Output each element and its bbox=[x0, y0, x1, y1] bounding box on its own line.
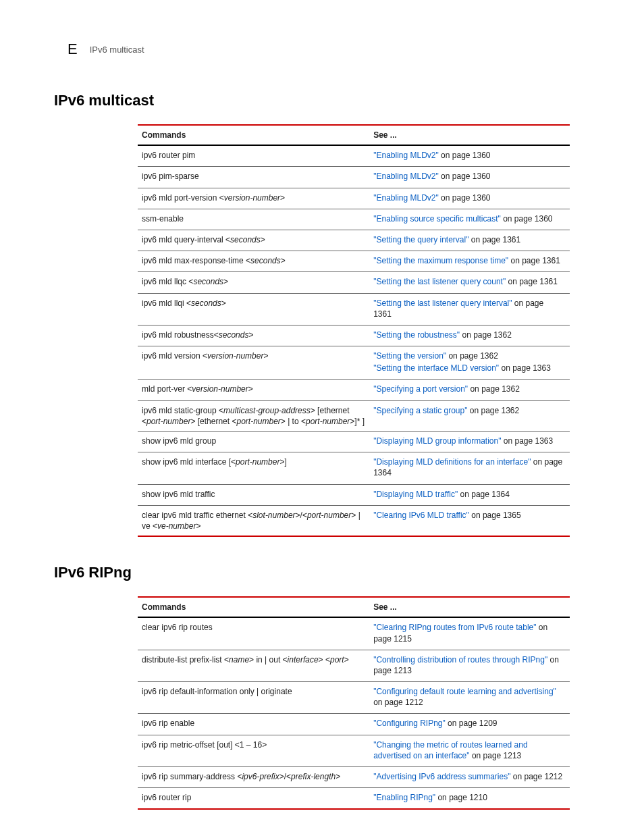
cross-reference-link[interactable]: "Enabling MLDv2" bbox=[373, 193, 439, 203]
page-reference-text: on page 1213 bbox=[470, 751, 522, 760]
table-header-row: CommandsSee ... bbox=[138, 126, 570, 146]
see-cell: "Specifying a port version" on page 1362 bbox=[373, 384, 563, 396]
cross-reference-link[interactable]: "Displaying MLD definitions for an inter… bbox=[373, 457, 531, 467]
see-cell: "Configuring RIPng" on page 1209 bbox=[373, 718, 563, 730]
see-cell: "Enabling source specific multicast" on … bbox=[373, 213, 563, 226]
page-reference-text: on page 1363 bbox=[501, 436, 553, 446]
cross-reference-link[interactable]: "Displaying MLD traffic" bbox=[373, 490, 458, 499]
command-table: CommandsSee ...ipv6 router pim"Enabling … bbox=[138, 124, 570, 537]
table-row: ipv6 mld query-interval <seconds>"Settin… bbox=[138, 230, 570, 251]
page-reference-text: on page 1360 bbox=[439, 193, 491, 203]
see-cell: "Setting the maximum response time" on p… bbox=[373, 255, 563, 267]
see-cell: "Controlling distribution of routes thro… bbox=[373, 654, 563, 677]
cross-reference-link[interactable]: "Setting the version" bbox=[373, 351, 446, 361]
see-cell: "Specifying a static group" on page 1362 bbox=[373, 405, 563, 417]
cross-reference-link[interactable]: "Setting the last listener query count" bbox=[373, 277, 506, 286]
cross-reference-link[interactable]: "Specifying a port version" bbox=[373, 384, 468, 394]
see-cell: "Setting the last listener query count" … bbox=[373, 276, 563, 288]
section-title: IPv6 multicast bbox=[54, 92, 590, 109]
table-row: ipv6 mld static-group <multicast-group-a… bbox=[138, 401, 570, 432]
table-row: ipv6 router rip"Enabling RIPng" on page … bbox=[138, 788, 570, 808]
table-header-row: CommandsSee ... bbox=[138, 598, 570, 618]
cross-reference-link[interactable]: "Setting the maximum response time" bbox=[373, 256, 508, 265]
see-cell: "Enabling MLDv2" on page 1360 bbox=[373, 192, 563, 205]
command-cell: clear ipv6 rip routes bbox=[142, 622, 373, 633]
see-cell: "Changing the metric of routes learned a… bbox=[373, 739, 563, 762]
command-cell: ipv6 pim-sparse bbox=[142, 171, 373, 182]
page-reference-text: on page 1362 bbox=[468, 384, 520, 394]
page-reference-text: on page 1360 bbox=[501, 214, 553, 224]
cross-reference-link[interactable]: "Setting the robustness" bbox=[373, 330, 460, 340]
cross-reference-link[interactable]: "Configuring default route learning and … bbox=[373, 687, 556, 696]
table-row: ssm-enable"Enabling source specific mult… bbox=[138, 209, 570, 230]
table-row: ipv6 mld llqc <seconds>"Setting the last… bbox=[138, 272, 570, 293]
page-reference-text: on page 1362 bbox=[460, 330, 512, 340]
cross-reference-link[interactable]: "Controlling distribution of routes thro… bbox=[373, 655, 547, 664]
table-row: clear ipv6 mld traffic ethernet <slot-nu… bbox=[138, 506, 570, 536]
see-cell: "Enabling RIPng" on page 1210 bbox=[373, 792, 563, 804]
column-header-commands: Commands bbox=[142, 602, 373, 613]
cross-reference-link[interactable]: "Displaying MLD group information" bbox=[373, 436, 501, 446]
table-row: ipv6 mld version <version-number>"Settin… bbox=[138, 346, 570, 380]
see-cell: "Enabling MLDv2" on page 1360 bbox=[373, 171, 563, 183]
command-cell: ssm-enable bbox=[142, 213, 373, 224]
see-cell: "Setting the query interval" on page 136… bbox=[373, 234, 563, 246]
command-cell: ipv6 rip metric-offset [out] <1 – 16> bbox=[142, 739, 373, 750]
see-cell: "Clearing RIPng routes from IPv6 route t… bbox=[373, 622, 563, 645]
cross-reference-link[interactable]: "Setting the interface MLD version" bbox=[373, 363, 499, 373]
cross-reference-link[interactable]: "Clearing IPv6 MLD traffic" bbox=[373, 511, 469, 520]
table-row: ipv6 rip metric-offset [out] <1 – 16>"Ch… bbox=[138, 735, 570, 767]
command-cell: ipv6 router rip bbox=[142, 792, 373, 803]
column-header-commands: Commands bbox=[142, 130, 373, 140]
page-reference-text: on page 1365 bbox=[469, 511, 521, 520]
see-cell: "Enabling MLDv2" on page 1360 bbox=[373, 150, 563, 162]
cross-reference-link[interactable]: "Specifying a static group" bbox=[373, 406, 467, 415]
table-row: clear ipv6 rip routes"Clearing RIPng rou… bbox=[138, 618, 570, 650]
cross-reference-link[interactable]: "Enabling source specific multicast" bbox=[373, 214, 501, 224]
see-cell: "Displaying MLD definitions for an inter… bbox=[373, 457, 563, 479]
section: IPv6 multicastCommandsSee ...ipv6 router… bbox=[54, 92, 590, 537]
see-cell: "Setting the last listener query interva… bbox=[373, 298, 563, 321]
table-row: ipv6 rip summary-address <ipv6-prefix>/<… bbox=[138, 767, 570, 788]
table-row: ipv6 router pim"Enabling MLDv2" on page … bbox=[138, 146, 570, 167]
section: IPv6 RIPngCommandsSee ...clear ipv6 rip … bbox=[54, 564, 590, 810]
table-row: ipv6 mld llqi <seconds>"Setting the last… bbox=[138, 294, 570, 325]
cross-reference-link[interactable]: "Clearing RIPng routes from IPv6 route t… bbox=[373, 623, 536, 632]
page-reference-text: on page 1361 bbox=[508, 256, 560, 265]
page-reference-text: on page 1209 bbox=[446, 719, 498, 728]
table-row: ipv6 mld port-version <version-number>"E… bbox=[138, 188, 570, 209]
table-row: ipv6 rip enable"Configuring RIPng" on pa… bbox=[138, 714, 570, 735]
table-row: distribute-list prefix-list <name> in | … bbox=[138, 650, 570, 682]
command-cell: show ipv6 mld interface [<port-number>] bbox=[142, 457, 373, 467]
table-row: ipv6 pim-sparse"Enabling MLDv2" on page … bbox=[138, 167, 570, 188]
cross-reference-link[interactable]: "Configuring RIPng" bbox=[373, 719, 446, 728]
command-cell: show ipv6 mld traffic bbox=[142, 489, 373, 500]
page-reference-text: on page 1363 bbox=[499, 363, 551, 373]
column-header-see: See ... bbox=[373, 602, 563, 613]
see-cell: "Displaying MLD group information" on pa… bbox=[373, 436, 563, 448]
cross-reference-link[interactable]: "Advertising IPv6 address summaries" bbox=[373, 772, 510, 781]
command-cell: ipv6 mld query-interval <seconds> bbox=[142, 234, 373, 245]
command-cell: ipv6 rip summary-address <ipv6-prefix>/<… bbox=[142, 771, 373, 782]
command-cell: mld port-ver <version-number> bbox=[142, 384, 373, 394]
cross-reference-link[interactable]: "Setting the query interval" bbox=[373, 235, 468, 244]
page-reference-text: on page 1210 bbox=[435, 793, 487, 802]
page-reference-text: on page 1361 bbox=[506, 277, 558, 286]
command-cell: ipv6 mld llqc <seconds> bbox=[142, 276, 373, 287]
cross-reference-link[interactable]: "Setting the last listener query interva… bbox=[373, 298, 512, 308]
cross-reference-link[interactable]: "Enabling MLDv2" bbox=[373, 151, 439, 160]
cross-reference-link[interactable]: "Enabling MLDv2" bbox=[373, 172, 439, 181]
cross-reference-link[interactable]: "Enabling RIPng" bbox=[373, 793, 435, 802]
command-cell: ipv6 rip enable bbox=[142, 718, 373, 729]
command-cell: ipv6 mld static-group <multicast-group-a… bbox=[142, 405, 373, 427]
table-row: ipv6 mld max-response-time <seconds>"Set… bbox=[138, 251, 570, 272]
header-title: IPv6 multicast bbox=[90, 45, 144, 55]
table-row: show ipv6 mld group"Displaying MLD group… bbox=[138, 432, 570, 452]
page-reference-text: on page 1212 bbox=[510, 772, 562, 781]
page-reference-text: on page 1360 bbox=[439, 151, 491, 160]
see-cell: "Displaying MLD traffic" on page 1364 bbox=[373, 489, 563, 501]
section-title: IPv6 RIPng bbox=[54, 564, 590, 581]
command-cell: ipv6 mld port-version <version-number> bbox=[142, 192, 373, 203]
table-row: show ipv6 mld traffic"Displaying MLD tra… bbox=[138, 485, 570, 506]
table-row: ipv6 rip default-information only | orig… bbox=[138, 682, 570, 714]
